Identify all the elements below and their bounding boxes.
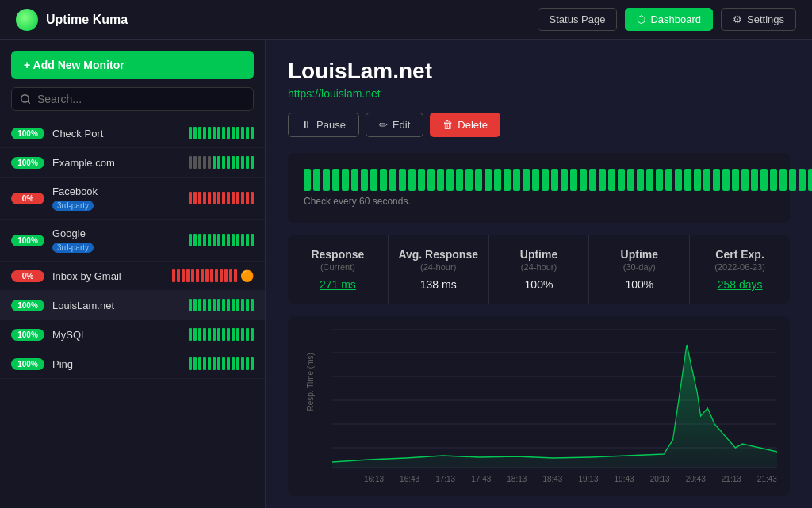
app-logo <box>16 9 38 31</box>
monitor-name: Ping <box>52 358 184 370</box>
bar-segment <box>232 156 235 169</box>
x-label: 18:13 <box>507 475 527 483</box>
status-page-button[interactable]: Status Page <box>538 8 618 31</box>
bar-segment <box>191 269 194 282</box>
bar-segment <box>232 328 235 341</box>
bar-segment <box>222 299 225 311</box>
bar-segment <box>246 192 249 204</box>
stat-value: 138 ms <box>398 278 479 291</box>
uptime-bar-segment <box>427 169 435 191</box>
monitor-bars <box>189 357 254 370</box>
x-label: 16:43 <box>400 475 419 483</box>
monitor-list-item-ping[interactable]: 100% Ping <box>0 349 265 379</box>
monitor-list-item-google[interactable]: 100% Google 3rd-party <box>0 220 265 262</box>
bar-segment <box>203 299 206 311</box>
uptime-bar-segment <box>599 169 606 191</box>
monitor-name: LouisLam.net <box>52 300 184 311</box>
bar-segment <box>236 192 239 204</box>
bar-segment <box>208 156 211 169</box>
bar-segment <box>236 357 239 370</box>
bar-segment <box>222 357 225 370</box>
uptime-bar-segment <box>646 169 653 191</box>
monitor-name: Example.com <box>52 157 184 169</box>
search-bar <box>11 87 254 111</box>
gear-icon: ⚙ <box>733 13 742 25</box>
uptime-bar-segment <box>770 169 777 191</box>
uptime-bar-segment <box>380 169 387 191</box>
pause-button[interactable]: ⏸ Pause <box>288 113 359 137</box>
uptime-bar-segment <box>627 169 634 191</box>
bar-segment <box>213 357 216 370</box>
uptime-bar-segment <box>684 169 691 191</box>
logo-area: Uptime Kuma <box>16 9 538 31</box>
stat-value: 100% <box>499 278 580 291</box>
response-chart: 1,200 1,000 800 600 400 200 0 <box>332 329 777 472</box>
uptime-bar-segment <box>741 169 749 191</box>
uptime-bar-segment <box>494 169 501 191</box>
bar-segment <box>208 234 211 246</box>
uptime-bar-segment <box>313 169 320 191</box>
monitor-list-item-example-com[interactable]: 100% Example.com <box>0 148 265 178</box>
bar-segment <box>232 299 235 311</box>
bar-segment <box>222 156 225 169</box>
monitor-tag: 3rd-party <box>52 201 94 211</box>
stat-value[interactable]: 258 days <box>699 278 780 291</box>
bar-segment <box>203 127 206 139</box>
uptime-bar-segment <box>408 169 416 191</box>
monitor-badge: 100% <box>11 329 44 341</box>
bar-segment <box>229 269 232 282</box>
uptime-bar-segment <box>665 169 672 191</box>
bar-segment <box>177 269 180 282</box>
stat-value[interactable]: 271 ms <box>297 278 378 291</box>
bar-segment <box>241 234 244 246</box>
monitor-list-item-mysql[interactable]: 100% MySQL <box>0 320 265 349</box>
x-label: 16:13 <box>364 475 384 483</box>
bar-segment <box>232 127 235 139</box>
delete-button[interactable]: 🗑 Delete <box>430 113 500 137</box>
bar-segment <box>193 299 197 311</box>
uptime-bar-segment <box>465 169 473 191</box>
bar-segment <box>205 269 209 282</box>
uptime-bar-segment <box>475 169 482 191</box>
edit-button[interactable]: ✏ Edit <box>366 113 423 137</box>
monitor-list-item-check-port[interactable]: 100% Check Port <box>0 119 265 148</box>
monitor-badge: 0% <box>11 193 44 204</box>
monitor-bars <box>172 269 237 282</box>
monitor-list-item-facebook[interactable]: 0% Facebook 3rd-party <box>0 178 265 220</box>
bar-segment <box>208 299 211 311</box>
monitor-badge: 100% <box>11 235 44 246</box>
bar-segment <box>215 269 218 282</box>
add-monitor-button[interactable]: + Add New Monitor <box>11 51 254 79</box>
stat-sublabel: (2022-06-23) <box>699 262 780 272</box>
bar-segment <box>227 357 230 370</box>
bar-segment <box>198 192 201 204</box>
monitor-info: Check Port <box>52 128 184 139</box>
settings-button[interactable]: ⚙ Settings <box>721 8 796 31</box>
monitor-list-item-louislam-net[interactable]: 100% LouisLam.net <box>0 291 265 320</box>
x-label: 21:13 <box>722 475 741 483</box>
monitor-list-item-inbox-by-gmail[interactable]: 0% Inbox by Gmail 🟠 <box>0 262 265 291</box>
bar-segment <box>213 328 216 341</box>
dashboard-button[interactable]: ⬡ Dashboard <box>625 8 713 31</box>
monitor-bars <box>189 328 254 341</box>
monitor-detail: LouisLam.net https://louislam.net ⏸ Paus… <box>266 40 812 508</box>
bar-segment <box>198 328 201 341</box>
svg-line-1 <box>28 101 30 104</box>
bar-segment <box>208 357 211 370</box>
bar-segment <box>246 156 249 169</box>
bar-segment <box>193 192 197 204</box>
bar-segment <box>217 299 220 311</box>
search-input[interactable] <box>37 93 245 105</box>
stat-box: Response (Current) 271 ms <box>288 235 389 304</box>
monitor-bars <box>189 192 254 204</box>
bar-segment <box>246 127 249 139</box>
bar-segment <box>217 192 220 204</box>
stat-value: 100% <box>599 278 680 291</box>
monitor-url[interactable]: https://louislam.net <box>288 87 790 100</box>
uptime-bar-segment <box>799 169 806 191</box>
uptime-bar-segment <box>304 169 311 191</box>
bar-segment <box>217 156 220 169</box>
uptime-bar-segment <box>437 169 444 191</box>
bar-segment <box>251 234 254 246</box>
bar-segment <box>203 156 206 169</box>
